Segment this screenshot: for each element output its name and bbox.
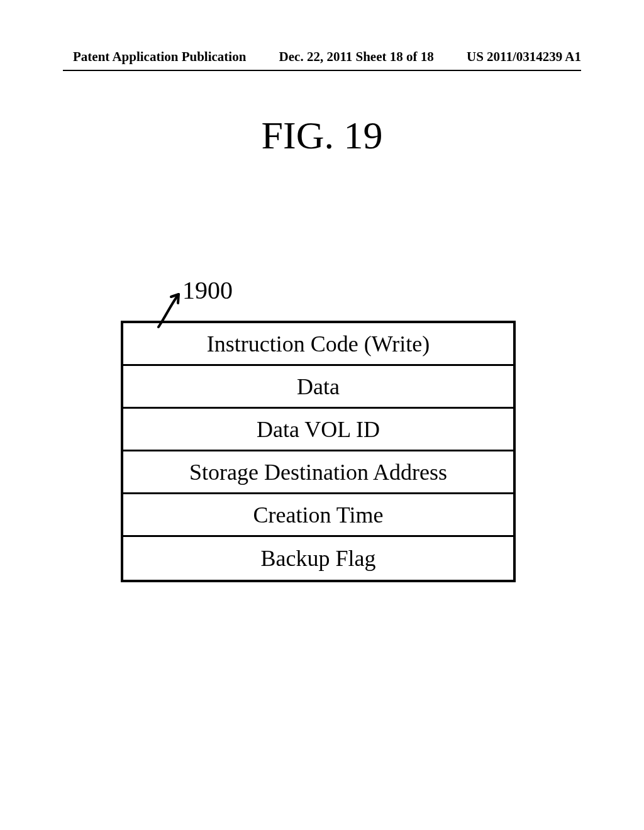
table-row: Backup Flag [123,537,513,580]
figure-title: FIG. 19 [0,113,644,158]
table-row: Data VOL ID [123,409,513,451]
page: Patent Application Publication Dec. 22, … [0,0,644,830]
header-center: Dec. 22, 2011 Sheet 18 of 18 [279,49,434,65]
reference-number-callout: 1900 [182,275,233,305]
table-row: Storage Destination Address [123,451,513,494]
data-structure-table: Instruction Code (Write) Data Data VOL I… [121,321,516,582]
header-left: Patent Application Publication [73,49,246,65]
table-row: Data [123,366,513,409]
table-row: Instruction Code (Write) [123,323,513,366]
table-row: Creation Time [123,494,513,537]
header-rule [63,70,581,71]
header-right: US 2011/0314239 A1 [467,49,581,65]
page-header: Patent Application Publication Dec. 22, … [0,49,644,67]
